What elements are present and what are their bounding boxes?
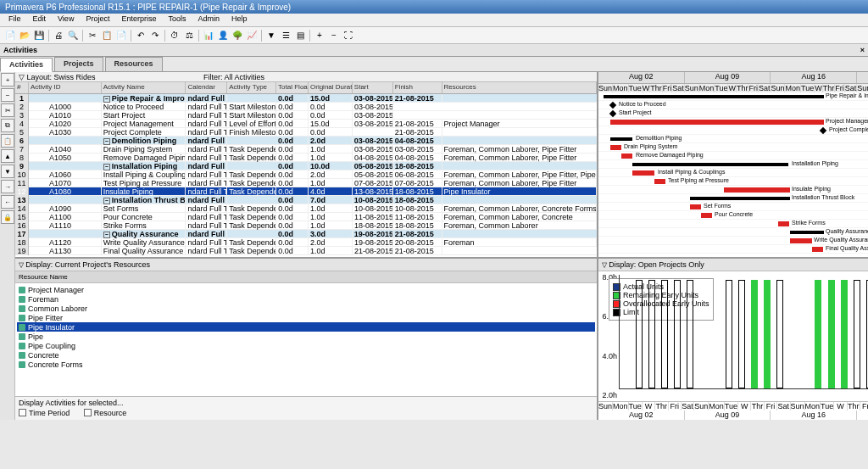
gantt-chart[interactable]: Aug 02Aug 09Aug 16Aug 2 SunMonTueWThrFri… [598, 72, 868, 257]
gantt-bar[interactable] [690, 197, 790, 200]
tab-activities[interactable]: Activities [0, 58, 53, 72]
tool-columns-icon[interactable]: ▤ [293, 29, 307, 42]
menu-edit[interactable]: Edit [28, 14, 52, 26]
activity-row[interactable]: 15A1100Pour Concretendard Full TimeTask … [15, 213, 597, 221]
col-header[interactable]: # [15, 82, 29, 93]
activity-row[interactable]: 5A1030Project Completendard Full TimeFin… [15, 128, 597, 137]
activity-row[interactable]: 2A1000Notice to Proceedndard Full TimeSt… [15, 103, 597, 111]
tool-zoom-in-icon[interactable]: + [313, 29, 326, 42]
up-icon[interactable]: ▲ [1, 149, 14, 163]
gantt-bar[interactable] [610, 137, 632, 141]
tool-save-icon[interactable]: 💾 [32, 29, 46, 42]
activity-row[interactable]: 3A1010Start Projectndard Full TimeStart … [15, 111, 597, 120]
col-header[interactable]: Calendar [186, 82, 227, 93]
activity-row[interactable]: 8A1050Remove Damaged Pipingndard Full Ti… [15, 154, 597, 162]
gantt-bar[interactable] [609, 102, 616, 109]
gantt-bar[interactable] [820, 127, 826, 134]
profile-display-label[interactable]: ▽ Display: Open Projects Only [598, 259, 868, 271]
tool-paste-icon[interactable]: 📄 [114, 29, 128, 42]
menu-admin[interactable]: Admin [192, 14, 225, 26]
activity-row[interactable]: 1−Pipe Repair & Improvendard Full Time0.… [15, 94, 597, 103]
col-header[interactable]: Activity Name [102, 82, 186, 93]
col-header[interactable]: Activity Type [227, 82, 276, 93]
activity-row[interactable]: 18A1120Write Quality Assurance Reportnda… [15, 238, 597, 247]
resource-item[interactable]: Concrete Forms [17, 360, 595, 369]
tool-resources-icon[interactable]: 👤 [216, 29, 230, 42]
col-header[interactable]: Start [353, 82, 393, 93]
gantt-bar[interactable] [790, 231, 824, 234]
paste-icon[interactable]: 📋 [1, 134, 14, 148]
filter-label[interactable]: Filter: All Activities [200, 72, 597, 81]
gantt-bar[interactable] [610, 120, 824, 125]
gantt-bar[interactable] [632, 163, 788, 166]
tool-redo-icon[interactable]: ↷ [148, 29, 162, 42]
menu-project[interactable]: Project [81, 14, 114, 26]
lock-icon[interactable]: 🔒 [1, 210, 14, 224]
col-header[interactable]: Total Float [276, 82, 309, 93]
gantt-bar[interactable] [604, 95, 824, 98]
down-icon[interactable]: ▼ [1, 165, 14, 178]
tool-open-icon[interactable]: 📂 [18, 29, 31, 42]
cut-icon[interactable]: ✂ [1, 103, 14, 117]
delete-icon[interactable]: − [1, 88, 14, 102]
col-header[interactable]: Activity ID [29, 82, 102, 93]
menu-file[interactable]: File [3, 14, 26, 26]
activity-row[interactable]: 17−Quality Assurancendard Full Time0.0d3… [15, 230, 597, 238]
resource-item[interactable]: Concrete [17, 350, 595, 360]
tool-filter-icon[interactable]: ▼ [264, 29, 278, 42]
resource-item[interactable]: Foreman [17, 294, 595, 304]
resource-item[interactable]: Pipe Fitter [17, 313, 595, 322]
gantt-bar[interactable] [609, 110, 616, 117]
tool-copy-icon[interactable]: 📋 [100, 29, 114, 42]
gantt-bar[interactable] [812, 247, 823, 252]
activity-row[interactable]: 6−Demolition Pipingndard Full Time0.0d2.… [15, 137, 597, 145]
gantt-bar[interactable] [778, 221, 789, 226]
activity-row[interactable]: 14A1090Set Formsndard Full TimeTask Depe… [15, 204, 597, 213]
menu-tools[interactable]: Tools [163, 14, 191, 26]
close-panel-icon[interactable]: × [860, 46, 865, 54]
chk-time-period[interactable]: Time Period [19, 409, 70, 417]
tool-new-icon[interactable]: 📄 [3, 29, 17, 42]
tool-level-icon[interactable]: ⚖ [182, 29, 196, 42]
activity-row[interactable]: 13−Installation Thrust Blockndard Full T… [15, 196, 597, 204]
activity-grid[interactable]: ▽ Layout: Swiss Rides Filter: All Activi… [15, 72, 598, 257]
activity-row[interactable]: 19A1130Final Quality Assurance Inspectio… [15, 247, 597, 255]
tool-activities-icon[interactable]: 📊 [202, 29, 215, 42]
resource-item[interactable]: Pipe [17, 332, 595, 341]
gantt-bar[interactable] [621, 154, 632, 159]
tool-wbs-icon[interactable]: 🌳 [231, 29, 244, 42]
resource-item[interactable]: Pipe Insulator [17, 322, 595, 332]
outdent-icon[interactable]: ← [1, 195, 14, 209]
resource-item[interactable]: Project Manager [17, 285, 595, 294]
tool-preview-icon[interactable]: 🔍 [66, 29, 80, 42]
tool-print-icon[interactable]: 🖨 [52, 29, 65, 42]
resource-display-label[interactable]: ▽ Display: Current Project's Resources [15, 259, 597, 271]
gantt-bar[interactable] [654, 179, 665, 184]
tool-cut-icon[interactable]: ✂ [86, 29, 99, 42]
activity-row[interactable]: 4A1020Project Managementndard Full TimeL… [15, 120, 597, 128]
copy-icon[interactable]: ⧉ [1, 119, 14, 132]
gantt-bar[interactable] [610, 145, 621, 150]
gantt-bar[interactable] [790, 238, 812, 243]
gantt-bar[interactable] [690, 204, 701, 209]
resource-item[interactable]: Pipe Coupling [17, 341, 595, 350]
activity-row[interactable]: 9−Installation Pipingndard Full Time0.0d… [15, 162, 597, 170]
menu-view[interactable]: View [53, 14, 79, 26]
activity-row[interactable]: 16A1110Strike Formsndard Full TimeTask D… [15, 221, 597, 230]
col-header[interactable]: Resources [442, 82, 597, 93]
activity-row[interactable]: 7A1040Drain Piping Systemndard Full Time… [15, 145, 597, 154]
layout-label[interactable]: ▽ Layout: Swiss Rides [15, 72, 200, 81]
gantt-bar[interactable] [632, 170, 654, 176]
tab-resources[interactable]: Resources [105, 57, 163, 71]
activity-row[interactable]: 10A1060Install Piping & Couplingsndard F… [15, 170, 597, 179]
add-icon[interactable]: + [1, 73, 14, 87]
tool-schedule-icon[interactable]: ⏱ [168, 29, 181, 42]
chk-resource[interactable]: Resource [84, 409, 127, 417]
tool-group-icon[interactable]: ☰ [279, 29, 292, 42]
menu-help[interactable]: Help [226, 14, 253, 26]
activity-row[interactable]: 12A1080Insulate Pipingndard Full TimeTas… [15, 187, 597, 196]
col-header[interactable]: Finish [393, 82, 442, 93]
activity-row[interactable]: 11A1070Test Piping at Pressurendard Full… [15, 179, 597, 187]
tool-undo-icon[interactable]: ↶ [134, 29, 147, 42]
gantt-bar[interactable] [724, 187, 790, 193]
